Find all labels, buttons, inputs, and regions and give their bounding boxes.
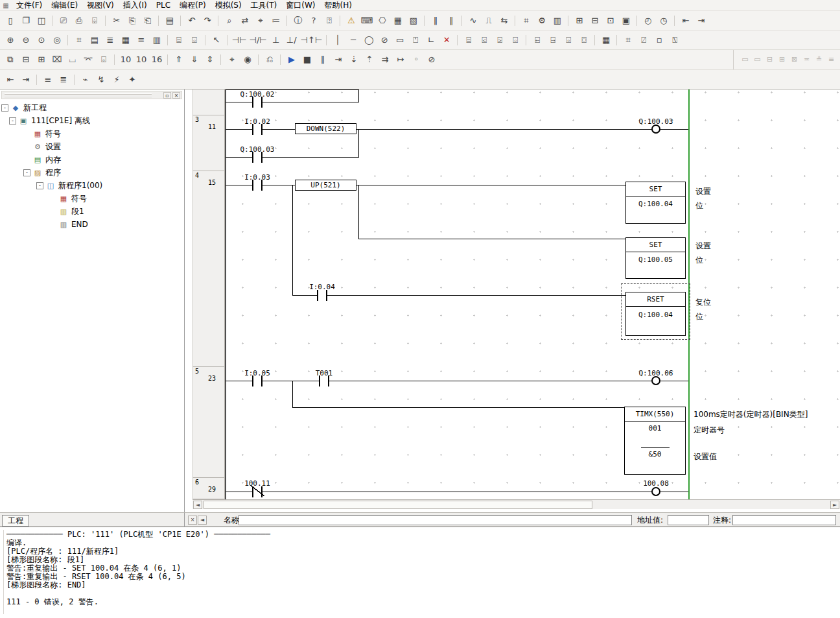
watch-window[interactable]: ◴ (640, 14, 656, 28)
rung-comment-view[interactable]: ⊡ (603, 14, 618, 28)
contact-q100-02[interactable] (252, 97, 262, 108)
ft-view-tool-3[interactable]: ⊟ (764, 53, 776, 67)
coil-100-08[interactable] (651, 487, 660, 496)
tile-windows-vertically[interactable]: ⊞ (34, 53, 49, 67)
rung-cell-3[interactable]: 3 11 (192, 115, 225, 171)
monitor-mode[interactable]: ▦ (390, 14, 406, 28)
tree-item-new-project[interactable]: - ◆ 新工程 (0, 101, 183, 114)
tree-expander[interactable]: - (9, 117, 16, 125)
delete-tool[interactable]: ✕ (439, 33, 454, 47)
tree-expander[interactable]: - (1, 104, 8, 112)
undo[interactable]: ↶ (184, 14, 200, 28)
new-open-contact[interactable]: ⊣⊢ (231, 33, 248, 47)
contact-nc-100-11[interactable] (252, 486, 262, 497)
tile-windows-horizontally[interactable]: ⊟ (18, 53, 34, 67)
editor-scroll-left-button[interactable]: ◄ (198, 516, 207, 525)
instruction-up521[interactable]: UP(521) (295, 180, 356, 191)
new-differential-contact[interactable]: ⊣↑⊢ (299, 33, 324, 47)
coil-q100-03[interactable] (651, 125, 660, 134)
compile-all-programs[interactable]: ⌨ (359, 14, 375, 28)
tree-item-end[interactable]: ▥ END (0, 218, 183, 231)
edit-rung-comment[interactable]: ⌸ (461, 33, 476, 47)
monitor-decimal[interactable]: 10 (118, 53, 134, 67)
invert-tool[interactable]: ∟ (423, 33, 439, 47)
new-vertical[interactable]: │ (330, 33, 345, 47)
view-mnemonics[interactable]: ≡ (134, 33, 149, 47)
new-closed-contact[interactable]: ⊣/⊢ (248, 33, 268, 47)
edit-annotation[interactable]: ⍄ (492, 33, 508, 47)
redo[interactable]: ↷ (200, 14, 215, 28)
instruction-set-q100-05[interactable]: SET Q:100.05 (625, 237, 686, 279)
copy[interactable]: ⎘ (124, 14, 140, 28)
find[interactable]: ⌕ (222, 14, 237, 28)
workspace-title-bar[interactable]: ▫ × (1, 91, 182, 99)
toggle-grid[interactable]: ⌗ (71, 33, 87, 47)
menu-edit[interactable]: 编辑(E) (47, 0, 82, 10)
ft-view-tool-8[interactable]: ≡ (825, 53, 837, 67)
grid-tool-3[interactable]: ▫ (651, 33, 667, 47)
stop-simulator[interactable]: ■ (299, 53, 315, 67)
menu-tools[interactable]: 工具(T) (246, 0, 282, 10)
instruction-rset-q100-04[interactable]: RSET Q:100.04 (625, 292, 686, 336)
contact-i0-05[interactable] (252, 375, 262, 386)
time-chart-monitor[interactable]: ⎍ (481, 14, 496, 28)
instruction-set-q100-04[interactable]: SET Q:100.04 (625, 182, 686, 224)
show-project-workspace[interactable]: ⌧ (49, 53, 65, 67)
compile-program[interactable]: ⚠ (344, 14, 359, 28)
page-setup[interactable]: ⎚ (56, 14, 71, 28)
print-preview[interactable]: ⌹ (87, 14, 102, 28)
zoom-in[interactable]: ⊕ (3, 33, 18, 47)
differential-monitor[interactable]: ◉ (240, 53, 255, 67)
cross-reference-report[interactable]: ⇆ (496, 14, 512, 28)
window-layout[interactable]: ⌺ (187, 33, 202, 47)
tree-expander[interactable]: - (36, 182, 43, 189)
go-to-rung[interactable]: ⍇ (530, 33, 545, 47)
show-rung-comments[interactable]: ▤ (87, 33, 102, 47)
instruction-down522[interactable]: DOWN(522) (295, 123, 356, 134)
edit-instruction[interactable]: ⍞ (408, 33, 423, 47)
scroll-right-button[interactable]: ► (830, 501, 839, 509)
address-reference-tool[interactable]: ▤ (162, 14, 178, 28)
contact-q100-03[interactable] (252, 152, 262, 163)
menu-program[interactable]: 编程(P) (175, 0, 211, 10)
show-watch-window[interactable]: ⌤ (80, 53, 96, 67)
next-reference[interactable]: ⇥ (694, 14, 709, 28)
about[interactable]: ⓘ (290, 14, 306, 28)
zoom-100[interactable]: ◎ (49, 33, 65, 47)
new-closed-contact-or[interactable]: ⊥/ (284, 33, 299, 47)
show-comments[interactable]: ≣ (102, 33, 118, 47)
previous-reference[interactable]: ⇤ (678, 14, 694, 28)
pause[interactable]: ∥ (443, 14, 459, 28)
grid-tool-1[interactable]: ⌗ (620, 33, 636, 47)
pause-monitoring[interactable]: ‖ (428, 14, 443, 28)
replace[interactable]: ⇄ (237, 14, 253, 28)
set-breakpoint[interactable]: ◦ (408, 53, 424, 67)
contact-t001[interactable] (319, 375, 329, 386)
workspace-pin-button[interactable]: ▫ (163, 92, 171, 99)
contact-i0-03[interactable] (252, 180, 262, 191)
menu-window[interactable]: 窗口(W) (281, 0, 320, 10)
view-symbol-bar[interactable]: ▥ (149, 33, 165, 47)
show-properties[interactable]: ⌺ (508, 33, 523, 47)
tree-item-section1[interactable]: ▥ 段1 (0, 205, 183, 218)
menu-simulation[interactable]: 模拟(S) (211, 0, 246, 10)
browse-symbols[interactable]: ▦ (598, 33, 614, 47)
coil-q100-06[interactable] (651, 376, 660, 385)
transfer-from-plc[interactable]: ⇓ (187, 53, 202, 67)
editor-close-button[interactable]: × (188, 516, 197, 525)
horizontal-scrollbar[interactable]: ◄ ► (192, 499, 840, 509)
increase-indent[interactable]: ⇥ (18, 73, 34, 87)
new-coil[interactable]: ◯ (361, 33, 377, 47)
menu-plc[interactable]: PLC (152, 0, 175, 10)
watch-sheet-grid[interactable]: ≣ (56, 73, 71, 87)
tab-project[interactable]: 工程 (2, 515, 29, 527)
edit-io-comment[interactable]: ⍃ (476, 33, 492, 47)
force-set-reset[interactable]: ⎌ (262, 53, 277, 67)
workspace-close-button[interactable]: × (172, 92, 180, 99)
watch-sheet-list[interactable]: ≡ (40, 73, 56, 87)
new-instruction-box[interactable]: ▭ (392, 33, 408, 47)
ft-view-tool-4[interactable]: ⊞ (776, 53, 788, 67)
ft-view-tool-1[interactable]: ▭ (739, 53, 751, 67)
menu-insert[interactable]: 插入(I) (119, 0, 152, 10)
data-trace[interactable]: ∿ (465, 14, 481, 28)
